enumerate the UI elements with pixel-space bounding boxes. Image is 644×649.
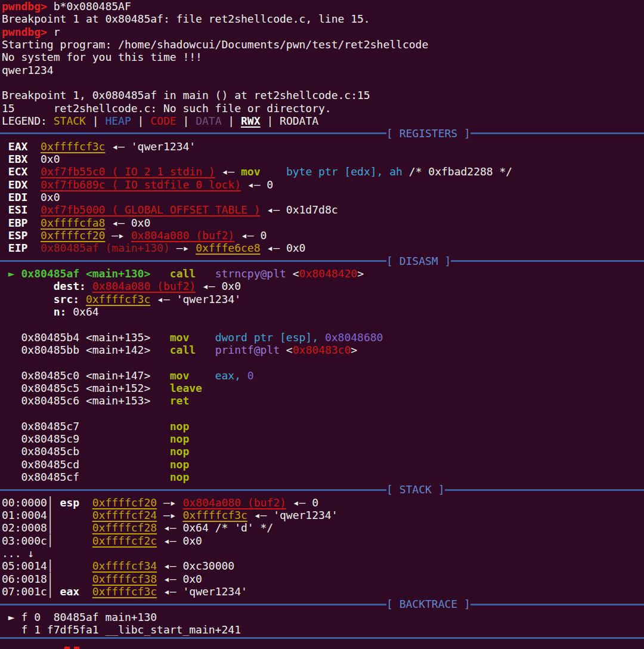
register-name: esp [60, 496, 80, 509]
text-segment: | [86, 115, 106, 127]
section-title: [ BACKTRACE ] [386, 598, 470, 610]
text-segment: 0x80485c9 [2, 432, 170, 445]
register-row-edx: EDX 0xf7fb689c (_IO_stdfile_0_lock) ◂— 0 [2, 178, 644, 191]
text-segment [189, 331, 215, 344]
stack-address-link: 0xffffcf3c [182, 509, 247, 521]
legend-line: LEGEND: STACK | HEAP | CODE | DATA | RWX… [2, 115, 644, 127]
section-header-backtrace: [ BACKTRACE ] [0, 598, 644, 610]
code-address: 0x80485af (main+130) [41, 242, 170, 254]
text-segment: | [177, 115, 196, 127]
command-text: b*0x080485AF [54, 0, 131, 13]
text-segment: ◂— 0x0 [196, 280, 241, 292]
symbol-address-link: 0xf7fb55c0 (_IO_2_1_stdin_) [41, 165, 215, 178]
symbol-address-link: 0x804a080 (buf2) [182, 496, 286, 509]
text-segment [27, 178, 41, 191]
text-segment: No system for you this time !!! [2, 51, 202, 63]
output-starting-program: Starting program: /home/shadowcui/Docume… [2, 38, 644, 51]
stack-address-link: 0xffffcf3c [41, 140, 105, 153]
stack-row-1: 01:0004│ 0xffffcf24 —▸ 0xffffcf3c ◂— 'qw… [2, 509, 644, 521]
text-segment: 0 [247, 369, 254, 382]
text-segment: ◂— 'qwer1234' [150, 293, 241, 305]
text-segment: 0x80485b4 <main+135> [2, 331, 170, 344]
section-rule [0, 637, 644, 639]
section-rule [0, 489, 386, 491]
text-segment: ◂— 'qwer1234' [157, 585, 247, 598]
text-segment: —▸ [105, 229, 131, 242]
section-title: [ STACK ] [386, 483, 445, 496]
text-segment [2, 267, 8, 280]
text-segment: 05:0014│ [2, 560, 92, 572]
stack-row-0: 00:0000│ esp 0xffffcf20 —▸ 0x804a080 (bu… [2, 496, 644, 509]
current-instruction-address: 0x80485af <main+130> [21, 267, 151, 280]
text-segment: < [280, 344, 293, 356]
disasm-row: 0x80485c7 nop [2, 420, 644, 432]
text-segment: ◂— 0x0 [157, 534, 202, 547]
prompt-line-run: pwndbg> r [2, 26, 644, 38]
text-segment: Breakpoint 1, 0x080485af in main () at r… [2, 89, 370, 101]
symbol-address-link: 0xf7fb689c (_IO_stdfile_0_lock) [41, 178, 241, 191]
disasm-row: 0x80485cd nop [2, 458, 644, 471]
current-instruction-marker: ► [8, 267, 21, 280]
text-segment [196, 267, 215, 280]
register-row-ecx: ECX 0xf7fb55c0 (_IO_2_1_stdin_) ◂— mov b… [2, 165, 644, 178]
stack-row-7: 07:001c│ eax 0xffffcf3c ◂— 'qwer1234' [2, 585, 644, 598]
text-segment: 07:001c│ [2, 585, 60, 598]
arg-label: n: [54, 305, 67, 318]
text-segment: —▸ [157, 509, 182, 521]
text-segment: 0x80483c0 [293, 344, 351, 356]
text-segment [2, 229, 8, 242]
stack-address-link: 0xffffcf24 [92, 509, 157, 521]
text-segment: ◂— 0 [234, 229, 267, 242]
current-frame-marker: ► [2, 611, 21, 623]
text-segment: 01:0004│ [2, 509, 92, 521]
text-segment: —▸ [157, 496, 182, 509]
text-segment: ◂— [215, 165, 241, 178]
program-output: No system for you this time !!! [2, 51, 644, 63]
blank-line [2, 318, 644, 330]
epilog-rule-line [0, 636, 644, 648]
disasm-arg-n: n: 0x64 [2, 305, 644, 318]
text-segment: 15 ret2shellcode.c: No such file or dire… [2, 102, 332, 115]
text-segment: 0x80485cd [2, 458, 170, 471]
command-text: r [54, 26, 60, 38]
symbol-address-link: 0x804a080 (buf2) [92, 280, 196, 292]
output-breakpoint-hit: Breakpoint 1, 0x080485af in main () at r… [2, 89, 644, 101]
text-segment: 0x64 [66, 305, 98, 318]
text-segment [27, 229, 41, 242]
text-segment [150, 267, 170, 280]
text-segment: 06:0018│ [2, 573, 92, 585]
section-rule [0, 132, 386, 134]
disasm-row: 0x80485cb nop [2, 445, 644, 458]
text-segment [79, 293, 86, 305]
text-segment: ... ↓ [2, 547, 34, 560]
text-segment: byte ptr [edx], ah [286, 165, 402, 178]
legend-data: DATA [196, 115, 221, 127]
section-rule [445, 489, 644, 491]
text-segment: 02:0008│ [2, 521, 92, 534]
text-segment: 0x80485bb <main+142> [2, 344, 170, 356]
text-segment: 0x80485cb [2, 445, 170, 458]
blank-line [2, 76, 644, 89]
backtrace-frame-1: f 1 f7df5fa1 __libc_start_main+241 [2, 623, 644, 636]
text-segment: ◂— 0 [241, 178, 273, 191]
stack-row-5: 05:0014│ 0xffffcf34 ◂— 0xc30000 [2, 560, 644, 572]
text-segment: mov [241, 165, 261, 178]
text-segment: | [261, 115, 280, 127]
text-segment [79, 585, 92, 598]
section-header-stack: [ STACK ] [0, 483, 644, 496]
terminal[interactable]: pwndbg> b*0x080485AFBreakpoint 1 at 0x80… [2, 0, 644, 649]
mnemonic: nop [170, 445, 190, 458]
text-segment [2, 153, 8, 165]
disasm-row: 0x80485c0 <main+147> mov eax, 0 [2, 369, 644, 382]
text-segment: Breakpoint 1 at 0x80485af: file ret2shel… [2, 13, 370, 25]
text-segment: LEGEND: [2, 115, 54, 127]
call-target: printf@plt [215, 344, 280, 356]
text-segment [86, 280, 92, 292]
section-rule [451, 260, 644, 262]
text-segment [2, 140, 8, 153]
register-name: ESP [8, 229, 28, 242]
section-title: [ DISASM ] [386, 255, 451, 267]
blank-line [2, 407, 644, 420]
mnemonic: mov [170, 331, 190, 344]
stack-row-6: 06:0018│ 0xffffcf38 ◂— 0x0 [2, 573, 644, 585]
